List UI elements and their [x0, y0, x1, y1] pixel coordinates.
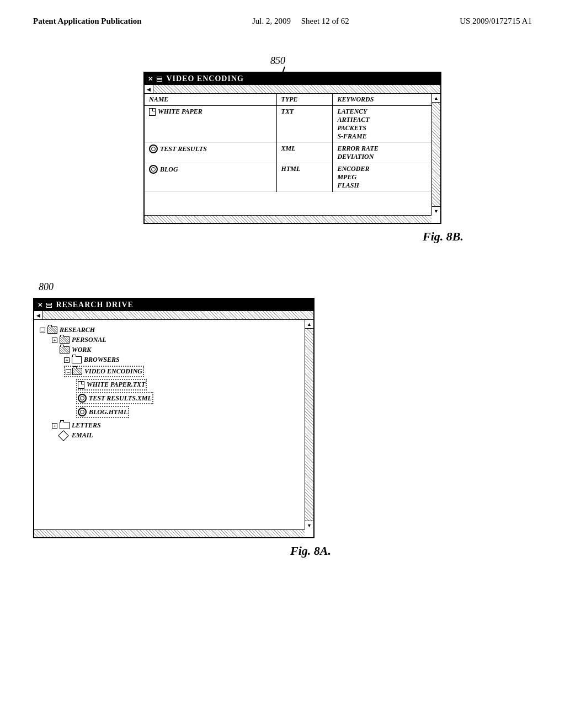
test-results-label: TEST RESULTS.XML	[89, 394, 152, 403]
expand-letters[interactable]: +	[52, 423, 57, 429]
header-right: US 2009/0172715 A1	[460, 17, 532, 26]
gear-icon-2	[149, 165, 158, 174]
folder-icon-letters	[60, 422, 70, 429]
kw8: MPEG	[337, 173, 427, 181]
fig8a-title: RESEARCH DRIVE	[56, 301, 134, 309]
fig8b-hscrollbar[interactable]: ◀	[145, 85, 440, 94]
row2-type: XML	[276, 143, 333, 163]
white-paper-label: WHITE PAPER.TXT	[87, 381, 145, 389]
row3-name-label: BLOG	[160, 165, 178, 174]
white-paper-selected: WHITE PAPER.TXT	[76, 379, 147, 390]
fig8a-vscrollbar[interactable]: ▲ ▼	[305, 320, 313, 529]
fig8b-caption: Fig. 8B.	[143, 229, 475, 244]
personal-label: PERSONAL	[72, 336, 106, 344]
window-controls-8a	[46, 303, 52, 308]
row3-keywords: ENCODER MPEG FLASH	[333, 163, 431, 192]
scroll-track-8a	[43, 311, 313, 319]
fig8a-section: 800 ✕ RESEARCH DRIVE ◀ –	[33, 298, 342, 558]
row1-name: WHITE PAPER	[145, 106, 276, 143]
list-item: TEST RESULTS.XML	[76, 392, 299, 404]
row2-name-content: TEST RESULTS	[149, 144, 272, 153]
fig8b-vscrollbar[interactable]: ▲ ▼	[431, 94, 440, 215]
fig8b-titlebar: ✕ VIDEO ENCODING	[145, 73, 440, 85]
minimize-ctrl	[157, 77, 162, 79]
fig8b-ref: 850	[270, 55, 285, 67]
scroll-down-8a[interactable]: ▼	[305, 521, 313, 529]
scroll-up-arrow[interactable]: ▲	[432, 94, 440, 103]
fig8a-titlebar: ✕ RESEARCH DRIVE	[34, 299, 313, 311]
folder-icon-research	[47, 326, 57, 334]
list-item: – RESEARCH	[40, 326, 299, 334]
doc-icon	[149, 108, 156, 116]
table-row: TEST RESULTS XML ERROR RATE DEVIATION	[145, 143, 431, 163]
table-row: BLOG HTML ENCODER MPEG FLASH	[145, 163, 431, 192]
header-left: Patent Application Publication	[33, 17, 142, 26]
kw2: ARTIFACT	[337, 116, 427, 124]
maximize-ctrl	[157, 79, 162, 82]
list-item: WHITE PAPER.TXT	[76, 379, 299, 390]
work-label: WORK	[72, 346, 91, 354]
list-item: – VIDEO ENCODING	[64, 366, 299, 377]
expand-video[interactable]: –	[66, 369, 71, 374]
close-icon-8a[interactable]: ✕	[38, 302, 43, 309]
table-row: WHITE PAPER TXT LATENCY ARTIFACT PACKETS…	[145, 106, 431, 143]
fig8b-hatch-bottom	[145, 215, 431, 223]
fig8a-ref: 800	[39, 281, 54, 293]
expand-browsers[interactable]: +	[64, 357, 70, 363]
folder-icon-video	[72, 368, 82, 375]
fig8a-tree: – RESEARCH + PERSONAL	[34, 320, 305, 529]
kw9: FLASH	[337, 181, 427, 190]
folder-icon-work	[60, 346, 70, 354]
blog-label: BLOG.HTML	[89, 408, 127, 416]
fig8a-window: ✕ RESEARCH DRIVE ◀ –	[33, 298, 315, 538]
fig8a-content: – RESEARCH + PERSONAL	[34, 320, 313, 529]
detail-table: NAME TYPE KEYWORDS WHITE PAPER	[145, 94, 431, 192]
header-sheet: Sheet 12 of 62	[301, 17, 349, 25]
row1-keywords: LATENCY ARTIFACT PACKETS S-FRAME	[333, 106, 431, 143]
gear-icon-testresults	[78, 394, 87, 403]
letters-label: LETTERS	[72, 421, 101, 430]
video-encoding-label: VIDEO ENCODING	[84, 367, 142, 376]
minimize-ctrl-8a	[46, 303, 52, 305]
doc-icon-whitepaper	[78, 381, 84, 389]
list-item: + LETTERS	[52, 421, 299, 430]
fig8a-hscrollbar[interactable]: ◀	[34, 311, 313, 320]
list-item: + BROWSERS	[64, 356, 299, 364]
row2-keywords: ERROR RATE DEVIATION	[333, 143, 431, 163]
row1-name-label: WHITE PAPER	[158, 108, 202, 116]
blog-selected: BLOG.HTML	[76, 406, 129, 418]
video-encoding-selected: – VIDEO ENCODING	[64, 366, 144, 377]
kw1: LATENCY	[337, 108, 427, 116]
fig8a-caption: Fig. 8A.	[33, 544, 342, 558]
row1-name-content: WHITE PAPER	[149, 108, 272, 116]
fig8b-content: NAME TYPE KEYWORDS WHITE PAPER	[145, 94, 440, 215]
col-type: TYPE	[276, 94, 333, 106]
scroll-down-arrow[interactable]: ▼	[432, 206, 440, 215]
fig8b-section: 850 ✕ VIDEO ENCODING ◀ NAME	[143, 72, 475, 244]
research-label: RESEARCH	[60, 326, 95, 334]
scroll-left-arrow-8a[interactable]: ◀	[34, 311, 43, 320]
scroll-up-8a[interactable]: ▲	[305, 320, 313, 329]
window-controls	[157, 77, 162, 82]
list-item: + PERSONAL	[52, 336, 299, 344]
row3-name-content: BLOG	[149, 165, 272, 174]
fig8a-hatch-bottom	[34, 529, 305, 537]
gear-icon-blog	[78, 408, 87, 416]
close-icon[interactable]: ✕	[148, 76, 153, 83]
email-icon	[58, 430, 69, 441]
expand-research[interactable]: –	[40, 328, 45, 333]
email-label: EMAIL	[72, 431, 93, 440]
row2-name: TEST RESULTS	[145, 143, 276, 163]
folder-icon-personal	[60, 336, 70, 344]
list-item: WORK	[52, 346, 299, 354]
kw4: S-FRAME	[337, 132, 427, 141]
kw5: ERROR RATE	[337, 144, 427, 153]
expand-personal[interactable]: +	[52, 338, 57, 343]
folder-icon-browsers	[72, 356, 82, 363]
browsers-label: BROWSERS	[84, 356, 120, 364]
scroll-left-arrow[interactable]: ◀	[145, 85, 153, 94]
kw7: ENCODER	[337, 165, 427, 173]
fig8b-table-area: NAME TYPE KEYWORDS WHITE PAPER	[145, 94, 431, 215]
tree-container: – RESEARCH + PERSONAL	[40, 326, 299, 440]
row2-name-label: TEST RESULTS	[160, 145, 207, 153]
